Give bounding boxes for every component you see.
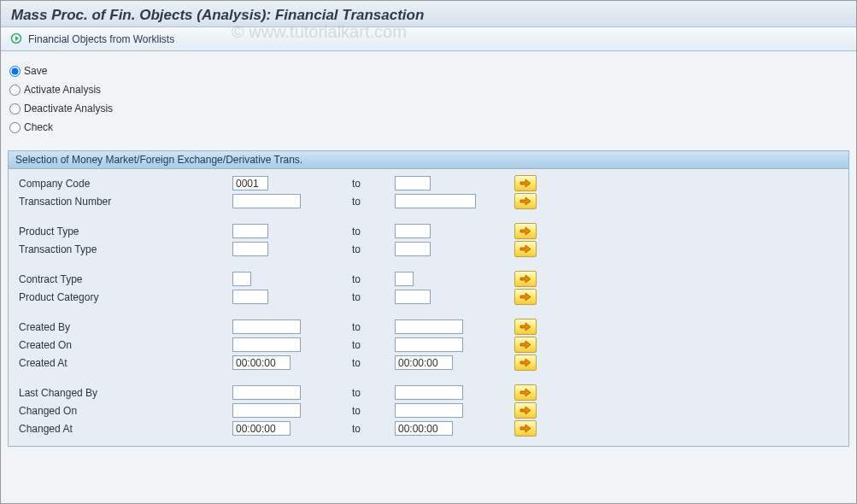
to-label: to	[347, 384, 390, 401]
worklists-button[interactable]: Financial Objects from Worklists	[28, 33, 174, 45]
transaction_no-from-input[interactable]	[232, 194, 301, 208]
radio-save[interactable]: Save	[9, 63, 848, 79]
label-contract_type: Contract Type	[14, 270, 227, 288]
created_at-multiselect-button[interactable]	[514, 355, 537, 371]
to-label: to	[347, 354, 390, 372]
toolbar: Financial Objects from Worklists	[1, 27, 856, 51]
row-last-changed-by: Last Changed Byto	[14, 384, 843, 401]
to-label: to	[347, 270, 390, 288]
action-radio-group: Save Activate Analysis Deactivate Analys…	[1, 51, 856, 147]
radio-check-input[interactable]	[9, 122, 21, 133]
radio-deactivate[interactable]: Deactivate Analysis	[9, 101, 848, 116]
changed_on-multiselect-button[interactable]	[514, 402, 537, 419]
radio-activate[interactable]: Activate Analysis	[9, 82, 848, 97]
contract_type-multiselect-button[interactable]	[514, 271, 537, 287]
radio-save-label: Save	[24, 65, 47, 77]
row-transaction-no: Transaction Numberto	[14, 192, 843, 210]
arrow-right-icon	[519, 322, 531, 331]
panel-header: Selection of Money Market/Foreign Exchan…	[9, 151, 848, 169]
label-changed_on: Changed On	[14, 401, 227, 419]
radio-check[interactable]: Check	[9, 120, 848, 135]
label-transaction_no: Transaction Number	[14, 192, 227, 210]
created_by-to-input[interactable]	[395, 319, 463, 334]
arrow-right-icon	[519, 244, 531, 254]
to-label: to	[347, 240, 390, 258]
row-contract-type: Contract Typeto	[14, 270, 843, 288]
label-changed_at: Changed At	[14, 419, 227, 437]
transaction_type-from-input[interactable]	[232, 242, 268, 256]
radio-activate-input[interactable]	[9, 85, 21, 96]
row-created-on: Created Onto	[14, 336, 843, 354]
created_at-to-input[interactable]	[395, 355, 453, 370]
arrow-right-icon	[519, 340, 531, 349]
execute-icon[interactable]	[9, 32, 23, 46]
label-last_changed_by: Last Changed By	[14, 384, 227, 401]
radio-check-label: Check	[24, 121, 53, 133]
radio-save-input[interactable]	[9, 66, 21, 77]
created_on-to-input[interactable]	[395, 337, 463, 352]
row-created-by: Created Byto	[14, 318, 843, 336]
arrow-right-icon	[519, 388, 531, 397]
to-label: to	[347, 419, 390, 437]
selection-panel: Selection of Money Market/Foreign Exchan…	[8, 150, 849, 447]
to-label: to	[347, 336, 390, 354]
changed_on-from-input[interactable]	[232, 403, 301, 418]
changed_at-from-input[interactable]	[232, 421, 291, 436]
company_code-to-input[interactable]	[395, 176, 431, 190]
to-label: to	[347, 192, 390, 210]
last_changed_by-multiselect-button[interactable]	[514, 384, 537, 401]
contract_type-from-input[interactable]	[232, 272, 251, 286]
product_category-multiselect-button[interactable]	[514, 289, 537, 305]
to-label: to	[347, 288, 390, 306]
row-transaction-type: Transaction Typeto	[14, 240, 843, 258]
row-product-category: Product Categoryto	[14, 288, 843, 306]
radio-deactivate-label: Deactivate Analysis	[24, 103, 113, 114]
created_on-multiselect-button[interactable]	[514, 337, 537, 353]
row-company-code: Company Codeto	[14, 174, 843, 192]
arrow-right-icon	[519, 292, 531, 302]
product_category-from-input[interactable]	[232, 290, 268, 304]
to-label: to	[347, 401, 390, 419]
arrow-right-icon	[519, 424, 531, 433]
transaction_type-to-input[interactable]	[395, 242, 431, 256]
arrow-right-icon	[519, 358, 531, 367]
arrow-right-icon	[519, 406, 531, 415]
label-product_type: Product Type	[14, 222, 227, 240]
label-created_at: Created At	[14, 354, 227, 372]
radio-deactivate-input[interactable]	[9, 103, 21, 114]
product_type-multiselect-button[interactable]	[514, 223, 537, 239]
label-created_on: Created On	[14, 336, 227, 354]
label-transaction_type: Transaction Type	[14, 240, 227, 258]
created_by-from-input[interactable]	[232, 319, 301, 334]
company_code-multiselect-button[interactable]	[514, 175, 537, 191]
label-created_by: Created By	[14, 318, 227, 336]
transaction_type-multiselect-button[interactable]	[514, 241, 537, 257]
page-title: Mass Proc. of Fin. Objects (Analysis): F…	[11, 7, 846, 24]
row-changed-on: Changed Onto	[14, 401, 843, 419]
arrow-right-icon	[519, 179, 531, 188]
changed_on-to-input[interactable]	[395, 403, 463, 418]
product_type-to-input[interactable]	[395, 224, 431, 238]
arrow-right-icon	[519, 196, 531, 206]
row-changed-at: Changed Atto	[14, 419, 843, 437]
changed_at-to-input[interactable]	[395, 421, 453, 436]
company_code-from-input[interactable]	[232, 176, 268, 190]
contract_type-to-input[interactable]	[395, 272, 414, 286]
changed_at-multiselect-button[interactable]	[514, 420, 537, 437]
transaction_no-multiselect-button[interactable]	[514, 193, 537, 209]
transaction_no-to-input[interactable]	[395, 194, 476, 208]
row-product-type: Product Typeto	[14, 222, 843, 240]
last_changed_by-from-input[interactable]	[232, 385, 301, 400]
arrow-right-icon	[519, 274, 531, 284]
created_at-from-input[interactable]	[232, 355, 291, 370]
to-label: to	[347, 318, 390, 336]
label-company_code: Company Code	[14, 174, 227, 192]
title-bar: Mass Proc. of Fin. Objects (Analysis): F…	[1, 1, 856, 27]
last_changed_by-to-input[interactable]	[395, 385, 463, 400]
arrow-right-icon	[519, 226, 531, 236]
created_on-from-input[interactable]	[232, 337, 301, 352]
created_by-multiselect-button[interactable]	[514, 319, 537, 335]
product_type-from-input[interactable]	[232, 224, 268, 238]
product_category-to-input[interactable]	[395, 290, 431, 304]
radio-activate-label: Activate Analysis	[24, 84, 101, 96]
